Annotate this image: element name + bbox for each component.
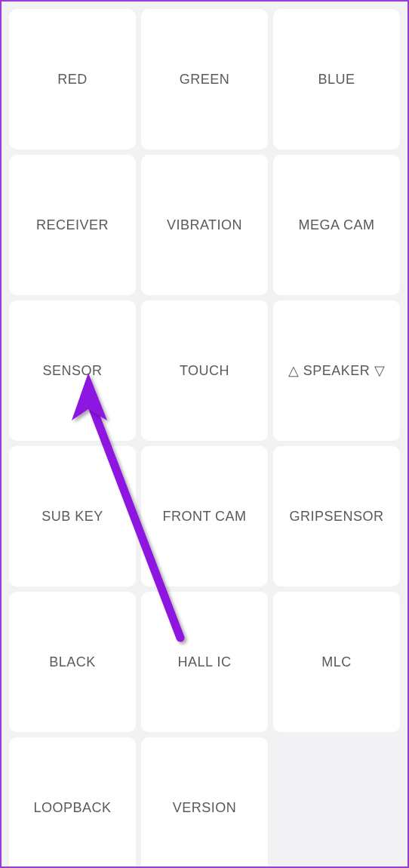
- tile-vibration[interactable]: VIBRATION: [141, 155, 268, 295]
- tile-hall-ic[interactable]: HALL IC: [141, 592, 268, 732]
- tile-loopback[interactable]: LOOPBACK: [9, 737, 136, 868]
- tile-blue[interactable]: BLUE: [273, 9, 400, 149]
- tile-touch[interactable]: TOUCH: [141, 300, 268, 441]
- test-menu-grid: RED GREEN BLUE RECEIVER VIBRATION MEGA C…: [2, 2, 407, 868]
- tile-sub-key[interactable]: SUB KEY: [9, 446, 136, 586]
- tile-receiver[interactable]: RECEIVER: [9, 155, 136, 295]
- tile-mega-cam[interactable]: MEGA CAM: [273, 155, 400, 295]
- tile-green[interactable]: GREEN: [141, 9, 268, 149]
- tile-red[interactable]: RED: [9, 9, 136, 149]
- tile-version[interactable]: VERSION: [141, 737, 268, 868]
- tile-front-cam[interactable]: FRONT CAM: [141, 446, 268, 586]
- tile-empty: [273, 737, 400, 868]
- tile-gripsensor[interactable]: GRIPSENSOR: [273, 446, 400, 586]
- tile-speaker[interactable]: △ SPEAKER ▽: [273, 300, 400, 441]
- tile-mlc[interactable]: MLC: [273, 592, 400, 732]
- tile-black[interactable]: BLACK: [9, 592, 136, 732]
- tile-sensor[interactable]: SENSOR: [9, 300, 136, 441]
